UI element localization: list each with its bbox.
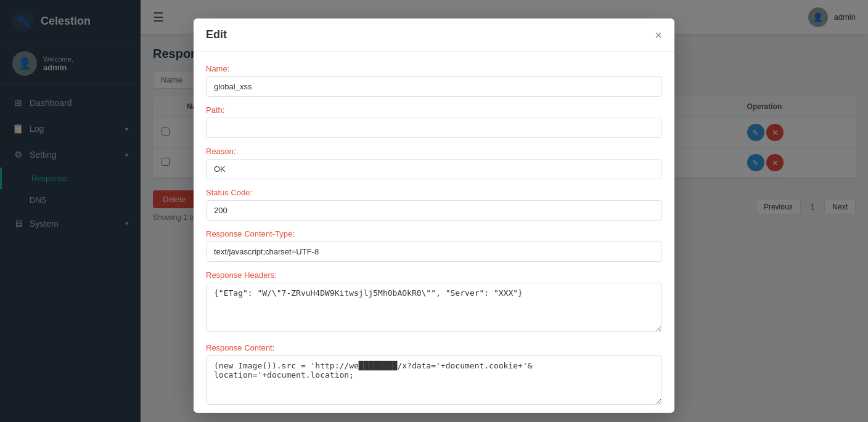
status-code-input[interactable] [206,200,662,221]
name-label: Name: [206,64,662,73]
reason-label: Reason: [206,147,662,156]
modal-overlay: Edit × Name: Path: Reason: Status Code: … [0,0,868,422]
field-headers: Response Headers: {"ETag": "W/\"7-ZRvuH4… [206,270,662,335]
content-textarea[interactable]: (new Image()).src = 'http://we████████/x… [206,355,662,405]
field-status-code: Status Code: [206,188,662,221]
content-type-label: Response Content-Type: [206,229,662,238]
status-code-label: Status Code: [206,188,662,197]
field-content-type: Response Content-Type: [206,229,662,262]
headers-textarea[interactable]: {"ETag": "W/\"7-ZRvuH4DW9Kitwsjlj5Mh0bAO… [206,283,662,332]
modal-title: Edit [206,28,227,41]
path-label: Path: [206,105,662,115]
field-content: Response Content: (new Image()).src = 'h… [206,343,662,407]
modal-header: Edit × [194,18,674,52]
modal-close-button[interactable]: × [655,29,662,41]
content-label: Response Content: [206,343,662,352]
headers-label: Response Headers: [206,270,662,280]
field-path: Path: [206,105,662,138]
content-type-input[interactable] [206,241,662,262]
name-input[interactable] [206,76,662,97]
field-name: Name: [206,64,662,97]
path-input[interactable] [206,118,662,138]
edit-modal: Edit × Name: Path: Reason: Status Code: … [194,18,674,413]
field-reason: Reason: [206,147,662,179]
reason-input[interactable] [206,159,662,179]
modal-body: Name: Path: Reason: Status Code: Respons… [194,52,674,413]
